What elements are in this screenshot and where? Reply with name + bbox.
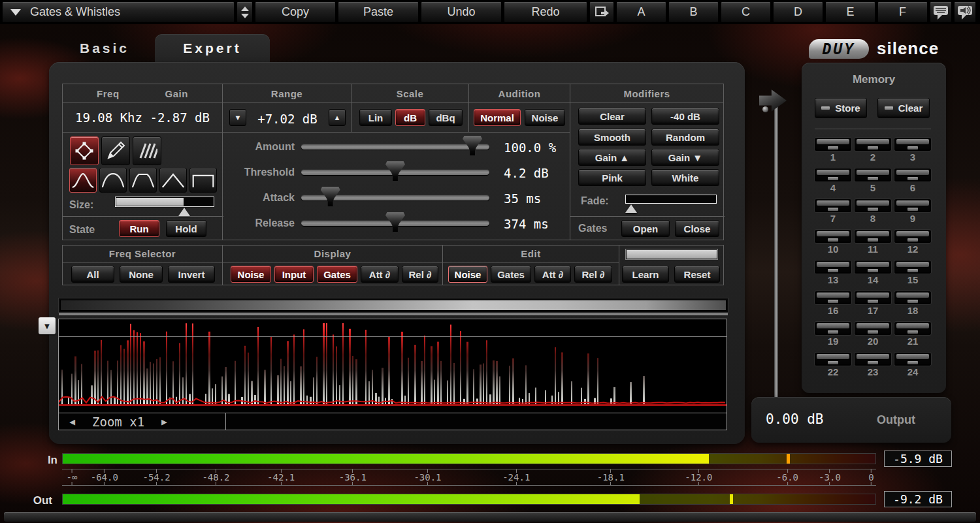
node-tool-button[interactable] bbox=[70, 136, 99, 165]
scale-dbq-button[interactable]: dBq bbox=[429, 109, 463, 126]
memory-slot-button[interactable] bbox=[894, 322, 931, 335]
display-collapse-button[interactable]: ▼ bbox=[39, 317, 56, 334]
undo-button[interactable]: Undo bbox=[421, 1, 502, 23]
gates-close-button[interactable]: Close bbox=[675, 220, 719, 237]
edit-attack-delta-button[interactable]: Att ∂ bbox=[534, 266, 571, 283]
reset-button[interactable]: Reset bbox=[674, 266, 720, 283]
amount-slider-knob[interactable] bbox=[463, 136, 482, 155]
state-run-button[interactable]: Run bbox=[119, 220, 159, 237]
preset-slot-d[interactable]: D bbox=[773, 1, 823, 23]
keyboard-help-button[interactable] bbox=[930, 1, 952, 23]
memory-slot-button[interactable] bbox=[894, 168, 931, 182]
memory-slot-button[interactable] bbox=[855, 168, 891, 182]
modifier-white-button[interactable]: White bbox=[651, 169, 719, 186]
state-hold-button[interactable]: Hold bbox=[166, 220, 206, 237]
scale-lin-button[interactable]: Lin bbox=[359, 109, 392, 126]
memory-slot-button[interactable] bbox=[894, 353, 931, 366]
preset-slot-b[interactable]: B bbox=[668, 1, 719, 23]
audio-help-button[interactable] bbox=[954, 1, 976, 23]
audition-noise-button[interactable]: Noise bbox=[525, 109, 565, 126]
memory-slot-button[interactable] bbox=[855, 138, 891, 151]
fade-slider-marker[interactable] bbox=[625, 204, 637, 213]
memory-slot-button[interactable] bbox=[815, 199, 851, 212]
preset-slot-f[interactable]: F bbox=[877, 1, 928, 23]
preset-slot-a[interactable]: A bbox=[616, 1, 666, 23]
modifier-smooth-button[interactable]: Smooth bbox=[578, 129, 646, 146]
freq-select-invert-button[interactable]: Invert bbox=[168, 266, 215, 283]
memory-slot-button[interactable] bbox=[815, 353, 851, 366]
attack-slider[interactable] bbox=[301, 195, 489, 200]
freq-select-none-button[interactable]: None bbox=[120, 266, 163, 283]
paste-button[interactable]: Paste bbox=[338, 1, 419, 23]
memory-clear-button[interactable]: Clear bbox=[877, 98, 930, 118]
edit-release-delta-button[interactable]: Rel ∂ bbox=[574, 266, 612, 283]
range-increase-button[interactable]: ▲ bbox=[329, 109, 346, 126]
display-input-button[interactable]: Input bbox=[274, 266, 314, 283]
memory-slot-button[interactable] bbox=[855, 291, 891, 304]
memory-slot-button[interactable] bbox=[855, 199, 891, 212]
modifier-gain-up-button[interactable]: Gain ▲ bbox=[578, 149, 646, 166]
threshold-slider-knob[interactable] bbox=[385, 161, 405, 181]
memory-slot-button[interactable] bbox=[894, 199, 931, 212]
fade-slider[interactable] bbox=[625, 195, 717, 204]
memory-slot-button[interactable] bbox=[815, 168, 851, 182]
pencil-tool-button[interactable] bbox=[101, 136, 130, 165]
memory-slot-button[interactable] bbox=[855, 353, 891, 366]
memory-slot-button[interactable] bbox=[815, 230, 851, 243]
preset-stepper[interactable] bbox=[237, 1, 253, 23]
gates-open-button[interactable]: Open bbox=[621, 220, 670, 237]
shape-wide-bell-button[interactable] bbox=[99, 168, 127, 193]
release-slider[interactable] bbox=[301, 220, 489, 226]
display-noise-button[interactable]: Noise bbox=[231, 266, 271, 283]
spectrum-canvas[interactable] bbox=[59, 319, 727, 413]
copy-to-slot-button[interactable] bbox=[589, 1, 614, 23]
gates-tool-button[interactable] bbox=[133, 136, 161, 165]
memory-slot-button[interactable] bbox=[815, 138, 851, 151]
modifier-gain-down-button[interactable]: Gain ▼ bbox=[651, 149, 719, 166]
output-fader-track[interactable] bbox=[774, 98, 778, 404]
tab-basic[interactable]: Basic bbox=[65, 37, 144, 60]
tab-expert[interactable]: Expert bbox=[155, 34, 270, 63]
copy-button[interactable]: Copy bbox=[255, 1, 336, 23]
threshold-slider[interactable] bbox=[301, 169, 489, 175]
memory-store-button[interactable]: Store bbox=[815, 98, 867, 118]
memory-slot-button[interactable] bbox=[815, 261, 851, 274]
memory-slot-button[interactable] bbox=[894, 230, 931, 243]
memory-slot-button[interactable] bbox=[815, 322, 851, 335]
amount-slider[interactable] bbox=[301, 144, 489, 150]
zoom-control[interactable]: ◀ Zoom x1 ▶ bbox=[59, 413, 226, 430]
zoom-next-icon[interactable]: ▶ bbox=[161, 416, 167, 428]
modifier-pink-button[interactable]: Pink bbox=[578, 169, 646, 186]
edit-gates-button[interactable]: Gates bbox=[491, 266, 531, 283]
memory-slot-button[interactable] bbox=[894, 291, 931, 304]
preset-slot-c[interactable]: C bbox=[721, 1, 771, 23]
audition-normal-button[interactable]: Normal bbox=[474, 109, 521, 126]
display-attack-delta-button[interactable]: Att ∂ bbox=[361, 266, 399, 283]
scale-db-button[interactable]: dB bbox=[395, 109, 425, 126]
memory-slot-button[interactable] bbox=[894, 261, 931, 274]
memory-slot-button[interactable] bbox=[855, 322, 891, 335]
shape-peak-button[interactable] bbox=[159, 168, 187, 193]
modifier-random-button[interactable]: Random bbox=[651, 129, 719, 146]
redo-button[interactable]: Redo bbox=[504, 1, 587, 23]
display-gates-button[interactable]: Gates bbox=[317, 266, 357, 283]
size-slider[interactable] bbox=[115, 197, 214, 207]
shape-plateau-button[interactable] bbox=[129, 168, 157, 193]
memory-slot-button[interactable] bbox=[815, 291, 851, 304]
range-decrease-button[interactable]: ▼ bbox=[229, 109, 246, 126]
learn-button[interactable]: Learn bbox=[622, 266, 669, 283]
release-slider-knob[interactable] bbox=[385, 212, 405, 232]
freq-select-all-button[interactable]: All bbox=[71, 266, 114, 283]
memory-slot-button[interactable] bbox=[855, 230, 891, 243]
preset-slot-e[interactable]: E bbox=[825, 1, 875, 23]
edit-noise-button[interactable]: Noise bbox=[448, 266, 487, 283]
attack-slider-knob[interactable] bbox=[321, 187, 340, 206]
spectrum-display[interactable] bbox=[58, 319, 727, 413]
memory-slot-button[interactable] bbox=[855, 261, 891, 274]
display-release-delta-button[interactable]: Rel ∂ bbox=[402, 266, 438, 283]
overview-bar[interactable] bbox=[59, 298, 728, 312]
zoom-prev-icon[interactable]: ◀ bbox=[69, 416, 75, 428]
modifier-clear-button[interactable]: Clear bbox=[578, 108, 646, 125]
preset-selector[interactable]: Gates & Whistles bbox=[2, 1, 235, 23]
shape-square-button[interactable] bbox=[189, 168, 217, 193]
